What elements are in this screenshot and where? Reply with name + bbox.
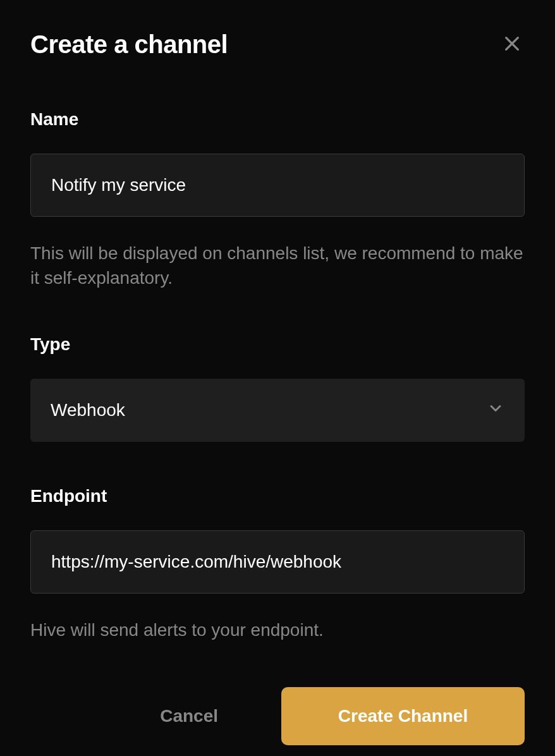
close-button[interactable] [499, 31, 525, 58]
endpoint-field-group: Endpoint Hive will send alerts to your e… [30, 486, 525, 642]
modal-header: Create a channel [30, 30, 525, 59]
endpoint-help-text: Hive will send alerts to your endpoint. [30, 618, 525, 642]
modal-title: Create a channel [30, 30, 228, 59]
name-input[interactable] [30, 154, 525, 217]
type-select[interactable]: Webhook [30, 379, 525, 442]
type-field-group: Type Webhook [30, 334, 525, 442]
endpoint-label: Endpoint [30, 486, 525, 506]
create-channel-button[interactable]: Create Channel [281, 687, 525, 745]
close-icon [502, 34, 522, 56]
chevron-down-icon [487, 399, 504, 422]
endpoint-input[interactable] [30, 530, 525, 594]
cancel-button[interactable]: Cancel [135, 691, 243, 741]
name-help-text: This will be displayed on channels list,… [30, 241, 525, 290]
name-label: Name [30, 109, 525, 130]
type-selected-value: Webhook [51, 400, 125, 420]
name-field-group: Name This will be displayed on channels … [30, 109, 525, 290]
type-select-wrapper: Webhook [30, 379, 525, 442]
modal-footer: Cancel Create Channel [30, 687, 525, 745]
type-label: Type [30, 334, 525, 355]
